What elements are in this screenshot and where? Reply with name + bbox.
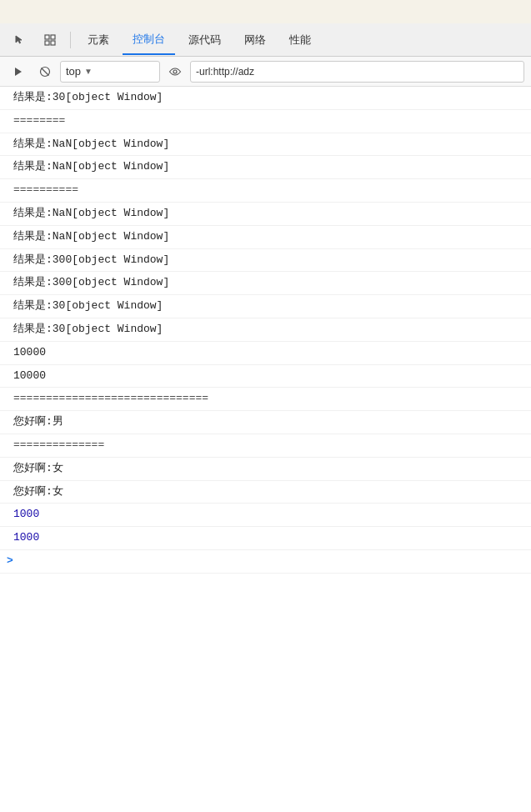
svg-rect-1 — [51, 35, 55, 39]
clear-button[interactable] — [33, 60, 57, 83]
tab-elements-label: 元素 — [88, 33, 109, 48]
toolbar-row: top ▼ — [0, 57, 531, 87]
console-line: 您好啊:女 — [0, 458, 531, 481]
console-output: 结果是:30[object Window]========结果是:NaN[obj… — [0, 87, 531, 812]
console-line: ============== — [0, 434, 531, 458]
console-line: 结果是:NaN[object Window] — [0, 226, 531, 249]
console-line: ============================== — [0, 388, 531, 411]
eye-button[interactable] — [163, 60, 187, 83]
tab-sources-label: 源代码 — [188, 33, 221, 48]
console-line: 结果是:NaN[object Window] — [0, 156, 531, 179]
tab-divider — [70, 32, 71, 48]
top-bar — [0, 0, 531, 23]
console-line: 1000 — [0, 527, 531, 550]
console-line: 结果是:30[object Window] — [0, 318, 531, 342]
svg-line-6 — [42, 68, 49, 75]
console-line: ========== — [0, 179, 531, 203]
inspect-icon[interactable] — [37, 25, 63, 55]
console-line: 10000 — [0, 365, 531, 388]
url-filter-input[interactable] — [190, 61, 524, 83]
svg-marker-4 — [15, 68, 22, 76]
tab-sources[interactable]: 源代码 — [178, 25, 231, 55]
console-prompt[interactable]: > — [0, 550, 531, 574]
console-line: 您好啊:女 — [0, 481, 531, 504]
tab-console[interactable]: 控制台 — [123, 25, 175, 55]
devtools-header: 元素 控制台 源代码 网络 性能 — [0, 23, 531, 57]
tab-network[interactable]: 网络 — [234, 25, 276, 55]
console-line: 您好啊:男 — [0, 411, 531, 434]
run-button[interactable] — [7, 60, 30, 83]
tab-elements[interactable]: 元素 — [78, 25, 119, 55]
svg-point-7 — [173, 70, 177, 73]
svg-rect-2 — [45, 41, 49, 45]
tab-performance-label: 性能 — [289, 33, 311, 48]
console-line: 结果是:NaN[object Window] — [0, 133, 531, 157]
console-line: 结果是:30[object Window] — [0, 87, 531, 110]
dropdown-arrow-icon: ▼ — [84, 67, 93, 76]
console-line: 结果是:30[object Window] — [0, 295, 531, 318]
console-line: 结果是:300[object Window] — [0, 249, 531, 273]
console-line: 1000 — [0, 504, 531, 527]
context-value: top — [66, 65, 81, 78]
devtools-tabs: 元素 控制台 源代码 网络 性能 — [7, 25, 321, 55]
console-line: 10000 — [0, 342, 531, 365]
tab-performance[interactable]: 性能 — [279, 25, 321, 55]
context-selector[interactable]: top ▼ — [60, 61, 160, 83]
console-line: 结果是:NaN[object Window] — [0, 203, 531, 226]
console-line: 结果是:300[object Window] — [0, 272, 531, 295]
tab-network-label: 网络 — [244, 33, 266, 48]
console-line: ======== — [0, 110, 531, 133]
svg-rect-3 — [51, 41, 55, 45]
tab-console-label: 控制台 — [133, 32, 165, 47]
svg-rect-0 — [45, 35, 49, 39]
cursor-icon[interactable] — [7, 25, 33, 55]
